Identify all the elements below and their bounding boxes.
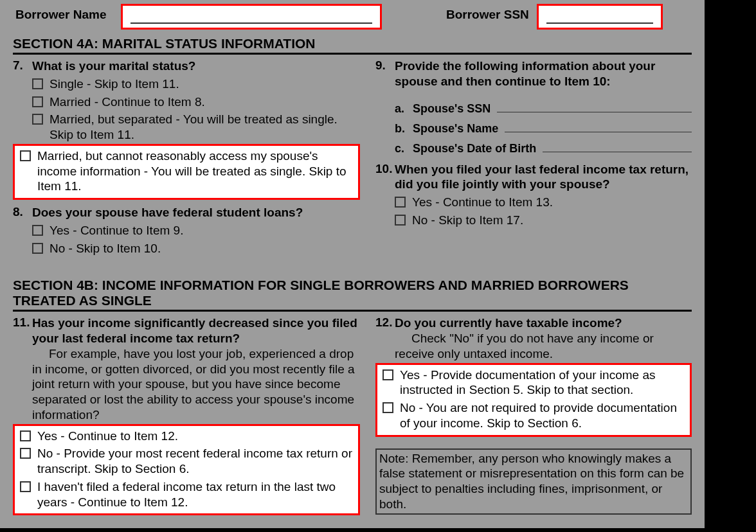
section-4b-right: 12. Do you currently have taxable income…: [375, 314, 692, 515]
q11-text: Has your income significantly decreased …: [32, 315, 360, 346]
q8-number: 8.: [13, 205, 32, 219]
q9-b-label: Spouse's Name: [413, 122, 498, 136]
section-4b-left: 11. Has your income significantly decrea…: [13, 314, 360, 515]
checkbox[interactable]: [32, 78, 43, 89]
q7-opt-d-highlight: Married, but cannot reasonably access my…: [13, 144, 360, 200]
q9-sub-b: b. Spouse's Name: [395, 121, 692, 136]
q11-opt-yes-text: Yes - Continue to Item 12.: [37, 429, 353, 444]
checkbox[interactable]: [395, 197, 406, 208]
q9-c-letter: c.: [395, 142, 413, 155]
note-box: Note: Remember, any person who knowingly…: [375, 448, 692, 515]
q8-text: Does your spouse have federal student lo…: [32, 205, 360, 220]
q9-b-letter: b.: [395, 122, 413, 136]
q7-opt-separated-text: Married, but separated - You will be tre…: [50, 112, 360, 143]
q7-opt-noaccess-text: Married, but cannot reasonably access my…: [37, 148, 353, 194]
q11-opt-notfiled: I haven't filed a federal income tax ret…: [20, 479, 353, 510]
section-4a-title: SECTION 4A: MARITAL STATUS INFORMATION: [13, 32, 692, 55]
q7-number: 7.: [13, 58, 32, 73]
q10-opt-yes-text: Yes - Continue to Item 13.: [412, 195, 692, 210]
section-4a-left: 7. What is your marital status? Single -…: [13, 57, 360, 256]
q11-opt-no-text: No - Provide your most recent federal in…: [37, 446, 353, 477]
checkbox[interactable]: [20, 481, 31, 492]
q9-c-label: Spouse's Date of Birth: [413, 142, 536, 155]
q10-number: 10.: [375, 162, 395, 176]
checkbox[interactable]: [20, 448, 31, 459]
underline: [130, 22, 372, 24]
q12-para: Check "No" if you do not have any income…: [395, 331, 692, 362]
borrower-ssn-field[interactable]: [537, 4, 663, 30]
q12-opt-no: No - You are not required to provide doc…: [382, 400, 685, 431]
q12-opt-yes-text: Yes - Provide documentation of your inco…: [400, 368, 685, 398]
q12-opt-yes: Yes - Provide documentation of your inco…: [382, 368, 685, 398]
q11-opt-yes: Yes - Continue to Item 12.: [20, 429, 353, 444]
question-10: 10. When you filed your last federal inc…: [375, 162, 692, 228]
q9-sub-a: a. Spouse's SSN: [395, 101, 692, 116]
q11-opts-highlight: Yes - Continue to Item 12. No - Provide …: [13, 424, 360, 516]
checkbox[interactable]: [32, 96, 43, 107]
q7-opt-noaccess: Married, but cannot reasonably access my…: [20, 148, 353, 194]
q9-a-label: Spouse's SSN: [413, 102, 491, 116]
q9-text: Provide the following information about …: [395, 58, 692, 89]
spouse-ssn-field[interactable]: [497, 101, 692, 112]
q12-opts-highlight: Yes - Provide documentation of your inco…: [375, 363, 692, 437]
q11-number: 11.: [13, 315, 32, 330]
section-4b-body: 11. Has your income significantly decrea…: [13, 314, 692, 515]
q7-opt-married: Married - Continue to Item 8.: [32, 94, 360, 110]
checkbox[interactable]: [20, 430, 31, 441]
checkbox[interactable]: [382, 369, 393, 380]
question-11: 11. Has your income significantly decrea…: [13, 315, 360, 422]
q8-opt-yes: Yes - Continue to Item 9.: [32, 223, 360, 238]
q8-opt-no-text: No - Skip to Item 10.: [50, 241, 360, 256]
checkbox[interactable]: [32, 114, 43, 125]
q12-number: 12.: [375, 315, 395, 330]
checkbox[interactable]: [20, 150, 31, 161]
section-4a-body: 7. What is your marital status? Single -…: [13, 57, 692, 256]
q11-opt-notfiled-text: I haven't filed a federal income tax ret…: [37, 479, 353, 510]
checkbox[interactable]: [32, 243, 43, 254]
section-4b-title: SECTION 4B: INCOME INFORMATION FOR SINGL…: [13, 274, 692, 312]
checkbox[interactable]: [32, 225, 43, 236]
q10-opt-yes: Yes - Continue to Item 13.: [395, 195, 692, 210]
q8-opt-no: No - Skip to Item 10.: [32, 241, 360, 256]
spouse-name-field[interactable]: [505, 121, 692, 132]
section-4a-right: 9. Provide the following information abo…: [375, 57, 692, 256]
q10-text: When you filed your last federal income …: [395, 162, 692, 193]
question-12: 12. Do you currently have taxable income…: [375, 315, 692, 361]
q9-a-letter: a.: [395, 102, 413, 116]
form-page: Borrower Name Borrower SSN SECTION 4A: M…: [0, 0, 705, 528]
checkbox[interactable]: [395, 215, 406, 226]
q12-opt-no-text: No - You are not required to provide doc…: [400, 400, 685, 431]
q12-text: Do you currently have taxable income?: [395, 315, 692, 331]
q11-opt-no: No - Provide your most recent federal in…: [20, 446, 353, 477]
q7-text: What is your marital status?: [32, 58, 360, 74]
q9-sub-c: c. Spouse's Date of Birth: [395, 141, 692, 155]
q8-opt-yes-text: Yes - Continue to Item 9.: [50, 223, 360, 238]
underline: [546, 22, 653, 24]
spouse-dob-field[interactable]: [543, 141, 692, 152]
q10-opt-no-text: No - Skip to Item 17.: [412, 213, 692, 228]
checkbox[interactable]: [382, 402, 393, 413]
q7-opt-single: Single - Skip to Item 11.: [32, 76, 360, 92]
question-7: 7. What is your marital status? Single -…: [13, 58, 360, 143]
borrower-name-label: Borrower Name: [13, 4, 121, 22]
q11-para: For example, have you lost your job, exp…: [32, 346, 360, 423]
q10-opt-no: No - Skip to Item 17.: [395, 213, 692, 228]
borrower-ssn-label: Borrower SSN: [446, 4, 537, 22]
q7-opt-separated: Married, but separated - You will be tre…: [32, 112, 360, 143]
borrower-name-field[interactable]: [121, 4, 382, 30]
question-8: 8. Does your spouse have federal student…: [13, 205, 360, 256]
q7-opt-single-text: Single - Skip to Item 11.: [50, 76, 360, 92]
q7-opt-married-text: Married - Continue to Item 8.: [50, 94, 360, 110]
q9-number: 9.: [375, 58, 395, 73]
question-9: 9. Provide the following information abo…: [375, 58, 692, 155]
header-row: Borrower Name Borrower SSN: [13, 0, 692, 32]
